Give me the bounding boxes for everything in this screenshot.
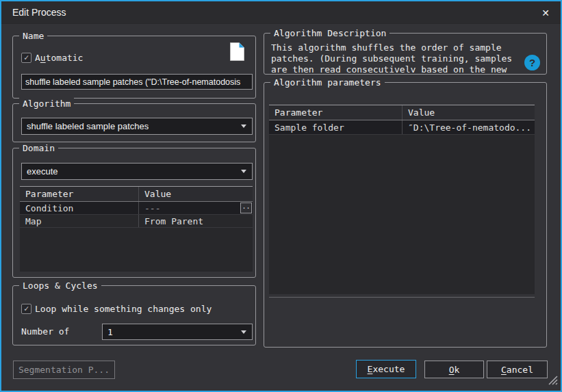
table-empty-area <box>269 135 535 294</box>
number-of-label: Number of <box>21 326 69 337</box>
algorithm-description-group: Algorithm Description This algorithm shu… <box>264 33 547 75</box>
algorithm-description-text: This algorithm shuffles the order of sam… <box>271 42 516 73</box>
loop-while-label: Loop while something changes only <box>35 304 212 314</box>
loops-group-label: Loops & Cycles <box>19 280 101 291</box>
table-header: Parameter Value <box>20 186 253 202</box>
new-document-icon[interactable] <box>229 42 245 62</box>
domain-combo-value: execute <box>27 166 58 177</box>
algorithm-combo-value: shuffle labeled sample patches <box>27 121 149 131</box>
checkbox-box[interactable]: ✓ <box>21 304 31 314</box>
parameter-cell: Map <box>20 215 139 227</box>
process-name-input[interactable] <box>21 74 253 90</box>
name-group: Name ✓ Automatic <box>12 36 256 99</box>
table-empty-area <box>20 228 253 272</box>
automatic-checkbox[interactable]: ✓ Automatic <box>21 53 83 63</box>
number-of-value: 1 <box>107 327 113 337</box>
column-header-value[interactable]: Value <box>139 187 253 201</box>
chevron-down-icon <box>241 330 246 334</box>
edit-process-dialog: Edit Process ✕ Name ✓ Automatic Algorith… <box>0 0 562 392</box>
table-row-condition[interactable]: Condition --- .. <box>20 202 253 215</box>
loops-cycles-group: Loops & Cycles ✓ Loop while something ch… <box>12 285 256 345</box>
execute-button[interactable]: Execute <box>356 360 416 378</box>
help-icon[interactable]: ? <box>524 55 540 70</box>
segmentation-button[interactable]: Segmentation P... <box>13 361 115 379</box>
parameters-group-label: Algorithm parameters <box>270 77 385 88</box>
domain-combo[interactable]: execute <box>21 163 253 180</box>
ok-button[interactable]: Ok <box>424 361 484 378</box>
parameter-cell: Condition <box>20 202 139 214</box>
domain-group-label: Domain <box>19 142 58 154</box>
titlebar[interactable]: Edit Process ✕ <box>1 1 561 24</box>
value-cell: From Parent <box>139 215 253 227</box>
algorithm-group-label: Algorithm <box>19 98 74 109</box>
column-header-parameter[interactable]: Parameter <box>269 105 403 120</box>
chevron-down-icon <box>241 170 246 173</box>
close-icon[interactable]: ✕ <box>539 6 552 20</box>
column-header-value[interactable]: Value <box>403 105 535 120</box>
algorithm-group: Algorithm shuffle labeled sample patches <box>12 103 256 142</box>
check-icon: ✓ <box>24 53 29 62</box>
horizontal-scrollbar-track[interactable] <box>269 297 535 298</box>
number-of-combo[interactable]: 1 <box>102 324 253 340</box>
table-row-sample-folder[interactable]: Sample folder ″D:\Tree-of-nematodo... <box>269 120 535 135</box>
table-header: Parameter Value <box>269 105 535 120</box>
parameter-cell: Sample folder <box>269 120 403 134</box>
algorithm-parameters-group: Algorithm parameters Parameter Value Sam… <box>264 82 547 348</box>
window-title: Edit Process <box>12 7 66 18</box>
cancel-button[interactable]: Cancel <box>487 361 548 378</box>
algorithm-combo[interactable]: shuffle labeled sample patches <box>21 118 253 135</box>
table-row-map[interactable]: Map From Parent <box>20 215 253 228</box>
value-cell: --- <box>139 202 253 214</box>
value-cell: ″D:\Tree-of-nematodo... <box>403 120 535 134</box>
resize-grip[interactable] <box>548 375 558 388</box>
domain-parameters-table: Parameter Value Condition --- .. Map Fro… <box>20 186 253 272</box>
chevron-down-icon <box>241 125 246 128</box>
domain-group: Domain execute Parameter Value Condition… <box>12 148 256 278</box>
automatic-label: Automatic <box>35 53 83 63</box>
check-icon: ✓ <box>24 304 29 313</box>
checkbox-box[interactable]: ✓ <box>21 53 31 63</box>
loop-while-checkbox[interactable]: ✓ Loop while something changes only <box>21 304 212 314</box>
column-header-parameter[interactable]: Parameter <box>20 187 139 201</box>
name-group-label: Name <box>19 30 47 42</box>
algorithm-parameters-table: Parameter Value Sample folder ″D:\Tree-o… <box>269 105 535 294</box>
description-group-label: Algorithm Description <box>270 27 389 39</box>
browse-button[interactable]: .. <box>240 202 252 213</box>
